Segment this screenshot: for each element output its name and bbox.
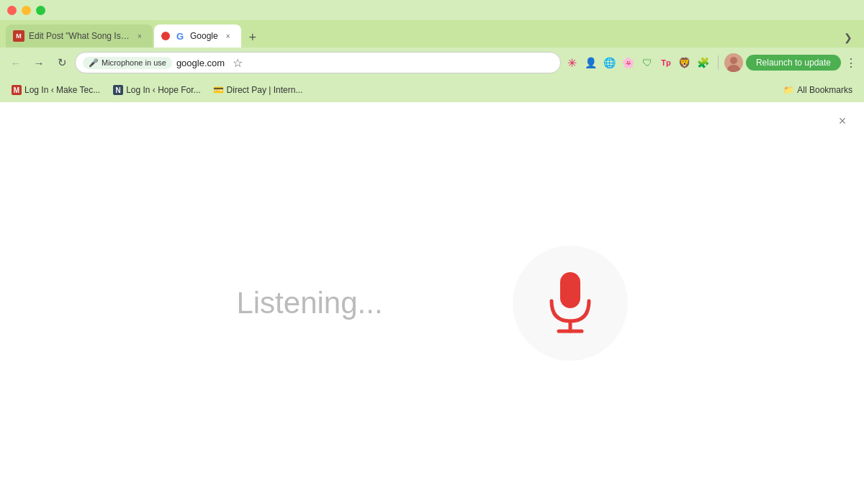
tab-bar: M Edit Post "What Song Is This... × G Go…: [0, 20, 864, 48]
ext-face-icon[interactable]: 👤: [582, 54, 600, 71]
microphone-icon: 🎤: [89, 58, 99, 68]
relaunch-button[interactable]: Relaunch to update: [746, 55, 841, 71]
page-content: × Listening...: [0, 102, 864, 504]
bookmark-hope[interactable]: N Log In ‹ Hope For...: [107, 83, 206, 97]
ext-flower-icon[interactable]: 🌸: [620, 54, 637, 71]
bookmark-hope-label: Log In ‹ Hope For...: [126, 85, 200, 95]
bookmarks-folder-icon: 📁: [783, 85, 794, 95]
bookmark-maktech-favicon: M: [12, 85, 22, 95]
microphone-large-icon: [544, 269, 596, 337]
minimize-window-button[interactable]: [22, 6, 31, 15]
tab-google-favicon: G: [174, 30, 186, 42]
ext-shield-icon[interactable]: 🛡: [639, 54, 656, 71]
back-button[interactable]: ←: [6, 53, 26, 73]
bookmark-directpay[interactable]: 💳 Direct Pay | Intern...: [208, 83, 309, 97]
bookmark-maktech[interactable]: M Log In ‹ Make Tec...: [6, 83, 106, 97]
all-bookmarks-button[interactable]: 📁 All Bookmarks: [778, 83, 858, 97]
tab-recording-indicator: [161, 32, 170, 40]
tab-maktech-favicon: M: [13, 30, 24, 42]
profile-button[interactable]: [724, 53, 743, 72]
mic-in-use-indicator[interactable]: 🎤 Microphone in use: [83, 57, 172, 69]
toolbar: ← → ↻ 🎤 Microphone in use google.com ☆ ✳…: [0, 48, 864, 78]
new-tab-button[interactable]: +: [243, 27, 263, 48]
tab-google-close-button[interactable]: ×: [222, 30, 234, 42]
close-window-button[interactable]: [7, 6, 17, 15]
ext-sparkle-icon[interactable]: ✳: [564, 54, 581, 71]
ext-puzzle-icon[interactable]: 🧩: [695, 54, 712, 71]
ext-globe-icon[interactable]: 🌐: [601, 54, 618, 71]
tab-list-chevron[interactable]: ❯: [838, 27, 858, 48]
tab-google-label: Google: [190, 31, 218, 41]
tab-maktech-label: Edit Post "What Song Is This...: [29, 31, 130, 41]
extensions-area: ✳ 👤 🌐 🌸 🛡 Tp 🦁 🧩: [564, 54, 712, 71]
tab-maktech[interactable]: M Edit Post "What Song Is This... ×: [6, 24, 153, 48]
bookmark-star-button[interactable]: ☆: [229, 54, 246, 71]
bookmark-directpay-favicon: 💳: [214, 85, 224, 95]
listening-text: Listening...: [236, 286, 382, 320]
url-display: google.com: [176, 58, 225, 68]
ext-brave-icon[interactable]: 🦁: [676, 54, 693, 71]
bookmarks-bar: M Log In ‹ Make Tec... N Log In ‹ Hope F…: [0, 78, 864, 102]
ext-tp-icon[interactable]: Tp: [657, 54, 675, 71]
bookmark-hope-favicon: N: [113, 85, 123, 95]
reload-button[interactable]: ↻: [52, 53, 72, 73]
forward-button[interactable]: →: [29, 53, 49, 73]
svg-point-1: [730, 57, 737, 64]
tab-google[interactable]: G Google ×: [154, 24, 241, 48]
voice-search-close-button[interactable]: ×: [832, 111, 852, 131]
tab-maktech-close-button[interactable]: ×: [134, 30, 145, 42]
toolbar-divider: [718, 55, 719, 70]
all-bookmarks-label: All Bookmarks: [797, 85, 852, 95]
svg-rect-3: [560, 272, 580, 308]
mic-in-use-label: Microphone in use: [102, 58, 166, 67]
maximize-window-button[interactable]: [36, 6, 45, 15]
mic-circle[interactable]: [513, 246, 628, 361]
chrome-menu-button[interactable]: ⋮: [844, 56, 858, 70]
address-bar[interactable]: 🎤 Microphone in use google.com ☆: [75, 52, 561, 73]
bookmark-directpay-label: Direct Pay | Intern...: [227, 85, 303, 95]
bookmark-maktech-label: Log In ‹ Make Tec...: [24, 85, 100, 95]
title-bar: [0, 0, 864, 20]
